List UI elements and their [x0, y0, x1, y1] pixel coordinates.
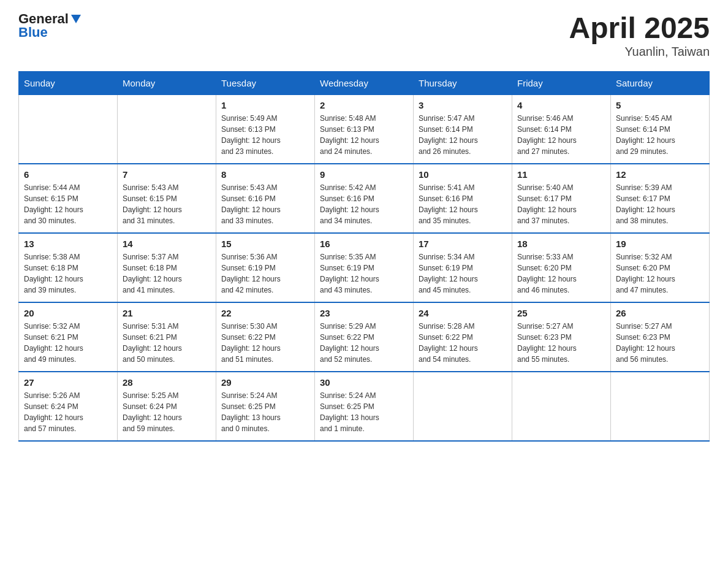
day-number: 13 [24, 239, 112, 249]
day-number: 8 [221, 169, 309, 180]
calendar-cell: 16Sunrise: 5:35 AM Sunset: 6:19 PM Dayli… [315, 233, 414, 302]
day-number: 22 [221, 308, 309, 318]
day-info: Sunrise: 5:44 AM Sunset: 6:15 PM Dayligh… [24, 182, 112, 226]
day-info: Sunrise: 5:29 AM Sunset: 6:22 PM Dayligh… [320, 321, 408, 365]
day-info: Sunrise: 5:47 AM Sunset: 6:14 PM Dayligh… [419, 113, 507, 157]
calendar-cell: 26Sunrise: 5:27 AM Sunset: 6:23 PM Dayli… [611, 302, 710, 372]
calendar-header-cell-wednesday: Wednesday [315, 71, 414, 94]
calendar-cell: 29Sunrise: 5:24 AM Sunset: 6:25 PM Dayli… [216, 372, 315, 441]
calendar-header-cell-saturday: Saturday [611, 71, 710, 94]
calendar-cell: 5Sunrise: 5:45 AM Sunset: 6:14 PM Daylig… [611, 94, 710, 164]
calendar-header-cell-friday: Friday [512, 71, 611, 94]
calendar-cell: 25Sunrise: 5:27 AM Sunset: 6:23 PM Dayli… [512, 302, 611, 372]
day-info: Sunrise: 5:41 AM Sunset: 6:16 PM Dayligh… [419, 182, 507, 226]
calendar-cell: 18Sunrise: 5:33 AM Sunset: 6:20 PM Dayli… [512, 233, 611, 302]
day-info: Sunrise: 5:25 AM Sunset: 6:24 PM Dayligh… [123, 390, 211, 434]
day-number: 10 [419, 169, 507, 180]
day-info: Sunrise: 5:26 AM Sunset: 6:24 PM Dayligh… [24, 390, 112, 434]
day-info: Sunrise: 5:28 AM Sunset: 6:22 PM Dayligh… [419, 321, 507, 365]
page-title: April 2025 [569, 12, 710, 45]
calendar-cell: 14Sunrise: 5:37 AM Sunset: 6:18 PM Dayli… [118, 233, 216, 302]
calendar-header-cell-monday: Monday [118, 71, 216, 94]
calendar-cell [512, 372, 611, 441]
calendar-cell: 7Sunrise: 5:43 AM Sunset: 6:15 PM Daylig… [118, 164, 216, 233]
page-header: General Blue April 2025 Yuanlin, Taiwan [18, 12, 710, 59]
calendar-header: SundayMondayTuesdayWednesdayThursdayFrid… [19, 71, 710, 94]
day-number: 28 [123, 377, 211, 388]
day-number: 15 [221, 239, 309, 249]
day-number: 14 [123, 239, 211, 249]
day-info: Sunrise: 5:45 AM Sunset: 6:14 PM Dayligh… [616, 113, 704, 157]
calendar-cell: 3Sunrise: 5:47 AM Sunset: 6:14 PM Daylig… [414, 94, 512, 164]
calendar-cell: 12Sunrise: 5:39 AM Sunset: 6:17 PM Dayli… [611, 164, 710, 233]
day-info: Sunrise: 5:37 AM Sunset: 6:18 PM Dayligh… [123, 251, 211, 296]
calendar-cell: 13Sunrise: 5:38 AM Sunset: 6:18 PM Dayli… [19, 233, 118, 302]
calendar-cell: 4Sunrise: 5:46 AM Sunset: 6:14 PM Daylig… [512, 94, 611, 164]
calendar-cell [118, 94, 216, 164]
logo-text-blue: Blue [18, 25, 48, 40]
calendar-cell: 27Sunrise: 5:26 AM Sunset: 6:24 PM Dayli… [19, 372, 118, 441]
calendar-body: 1Sunrise: 5:49 AM Sunset: 6:13 PM Daylig… [19, 94, 710, 441]
day-info: Sunrise: 5:24 AM Sunset: 6:25 PM Dayligh… [320, 390, 408, 434]
day-info: Sunrise: 5:36 AM Sunset: 6:19 PM Dayligh… [221, 251, 309, 296]
day-number: 17 [419, 239, 507, 249]
calendar-table: SundayMondayTuesdayWednesdayThursdayFrid… [18, 71, 710, 442]
calendar-cell: 17Sunrise: 5:34 AM Sunset: 6:19 PM Dayli… [414, 233, 512, 302]
calendar-cell: 8Sunrise: 5:43 AM Sunset: 6:16 PM Daylig… [216, 164, 315, 233]
day-number: 30 [320, 377, 408, 388]
day-info: Sunrise: 5:30 AM Sunset: 6:22 PM Dayligh… [221, 321, 309, 365]
calendar-cell: 20Sunrise: 5:32 AM Sunset: 6:21 PM Dayli… [19, 302, 118, 372]
page-subtitle: Yuanlin, Taiwan [569, 45, 710, 59]
calendar-cell: 2Sunrise: 5:48 AM Sunset: 6:13 PM Daylig… [315, 94, 414, 164]
calendar-cell: 15Sunrise: 5:36 AM Sunset: 6:19 PM Dayli… [216, 233, 315, 302]
day-number: 12 [616, 169, 704, 180]
day-number: 11 [517, 169, 605, 180]
day-number: 21 [123, 308, 211, 318]
day-info: Sunrise: 5:32 AM Sunset: 6:20 PM Dayligh… [616, 251, 704, 296]
calendar-cell: 6Sunrise: 5:44 AM Sunset: 6:15 PM Daylig… [19, 164, 118, 233]
svg-marker-0 [71, 15, 81, 23]
day-info: Sunrise: 5:39 AM Sunset: 6:17 PM Dayligh… [616, 182, 704, 226]
day-number: 19 [616, 239, 704, 249]
day-number: 2 [320, 100, 408, 110]
calendar-week-row: 20Sunrise: 5:32 AM Sunset: 6:21 PM Dayli… [19, 302, 710, 372]
day-info: Sunrise: 5:27 AM Sunset: 6:23 PM Dayligh… [616, 321, 704, 365]
calendar-cell: 9Sunrise: 5:42 AM Sunset: 6:16 PM Daylig… [315, 164, 414, 233]
calendar-cell: 11Sunrise: 5:40 AM Sunset: 6:17 PM Dayli… [512, 164, 611, 233]
calendar-cell [414, 372, 512, 441]
day-number: 24 [419, 308, 507, 318]
day-info: Sunrise: 5:33 AM Sunset: 6:20 PM Dayligh… [517, 251, 605, 296]
day-info: Sunrise: 5:31 AM Sunset: 6:21 PM Dayligh… [123, 321, 211, 365]
calendar-cell: 19Sunrise: 5:32 AM Sunset: 6:20 PM Dayli… [611, 233, 710, 302]
day-number: 3 [419, 100, 507, 110]
day-number: 5 [616, 100, 704, 110]
calendar-cell: 21Sunrise: 5:31 AM Sunset: 6:21 PM Dayli… [118, 302, 216, 372]
calendar-header-row: SundayMondayTuesdayWednesdayThursdayFrid… [19, 71, 710, 94]
day-number: 29 [221, 377, 309, 388]
calendar-header-cell-tuesday: Tuesday [216, 71, 315, 94]
calendar-cell: 10Sunrise: 5:41 AM Sunset: 6:16 PM Dayli… [414, 164, 512, 233]
calendar-cell [611, 372, 710, 441]
logo-triangle-icon [70, 12, 82, 25]
day-number: 27 [24, 377, 112, 388]
day-number: 25 [517, 308, 605, 318]
day-info: Sunrise: 5:38 AM Sunset: 6:18 PM Dayligh… [24, 251, 112, 296]
calendar-cell: 24Sunrise: 5:28 AM Sunset: 6:22 PM Dayli… [414, 302, 512, 372]
day-info: Sunrise: 5:35 AM Sunset: 6:19 PM Dayligh… [320, 251, 408, 296]
day-number: 26 [616, 308, 704, 318]
day-info: Sunrise: 5:27 AM Sunset: 6:23 PM Dayligh… [517, 321, 605, 365]
title-block: April 2025 Yuanlin, Taiwan [569, 12, 710, 59]
calendar-week-row: 1Sunrise: 5:49 AM Sunset: 6:13 PM Daylig… [19, 94, 710, 164]
day-info: Sunrise: 5:24 AM Sunset: 6:25 PM Dayligh… [221, 390, 309, 434]
day-number: 23 [320, 308, 408, 318]
day-number: 20 [24, 308, 112, 318]
day-info: Sunrise: 5:40 AM Sunset: 6:17 PM Dayligh… [517, 182, 605, 226]
calendar-week-row: 13Sunrise: 5:38 AM Sunset: 6:18 PM Dayli… [19, 233, 710, 302]
calendar-cell: 23Sunrise: 5:29 AM Sunset: 6:22 PM Dayli… [315, 302, 414, 372]
calendar-cell: 22Sunrise: 5:30 AM Sunset: 6:22 PM Dayli… [216, 302, 315, 372]
logo-text-general: General [18, 12, 69, 26]
day-info: Sunrise: 5:42 AM Sunset: 6:16 PM Dayligh… [320, 182, 408, 226]
day-info: Sunrise: 5:34 AM Sunset: 6:19 PM Dayligh… [419, 251, 507, 296]
calendar-cell: 30Sunrise: 5:24 AM Sunset: 6:25 PM Dayli… [315, 372, 414, 441]
day-number: 6 [24, 169, 112, 180]
